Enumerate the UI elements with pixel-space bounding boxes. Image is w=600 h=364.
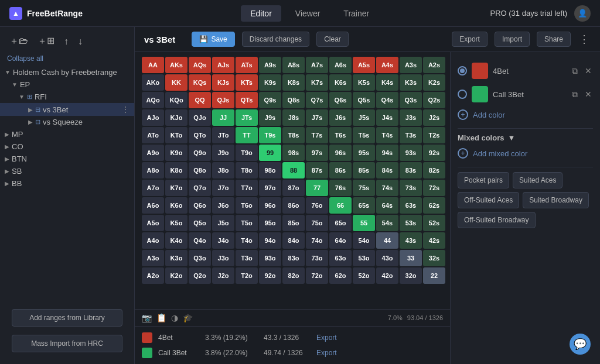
mixed-colors-header[interactable]: Mixed colors ▼ [458,133,593,142]
hand-cell[interactable]: 33 [400,250,422,266]
hand-cell[interactable]: K8o [165,162,188,178]
hand-cell[interactable]: T7s [306,127,328,143]
hand-cell[interactable]: 22 [423,267,445,284]
tab-editor[interactable]: Editor [241,5,281,22]
tree-group-holdem[interactable]: ▼ Holdem Cash by Freebetrange [0,66,134,78]
hand-cell[interactable]: T9o [236,145,258,161]
hand-cell[interactable]: 74o [306,232,328,249]
hand-cell[interactable]: K4o [165,232,188,249]
hand-cell[interactable]: ATs [236,57,258,73]
hand-cell[interactable]: 75o [306,215,328,231]
hand-cell[interactable]: 73o [306,250,328,266]
hand-cell[interactable]: A7o [142,180,164,196]
hand-cell[interactable]: KTs [236,74,258,91]
hand-cell[interactable]: QJs [212,92,234,108]
hand-cell[interactable]: Q7s [306,92,328,108]
save-button[interactable]: 💾 Save [192,32,234,47]
hand-cell[interactable]: 43o [376,250,398,266]
move-down-button[interactable]: ↓ [76,35,85,48]
hand-cell[interactable]: T5s [353,127,375,143]
hand-cell[interactable]: ATo [142,127,164,143]
more-options-button[interactable]: ⋮ [578,32,591,47]
hand-cell[interactable]: T3o [236,250,258,266]
hand-cell[interactable]: T7o [236,180,258,196]
hand-cell[interactable]: J8s [282,109,305,126]
hand-cell[interactable]: T8s [282,127,305,143]
discard-button[interactable]: Discard changes [242,32,309,47]
hand-cell[interactable]: J4s [376,109,398,126]
hand-cell[interactable]: A4o [142,232,164,249]
hand-cell[interactable]: 72s [423,180,445,196]
tree-item-mp[interactable]: ▶ MP [0,128,134,140]
hand-cell[interactable]: K4s [376,74,398,91]
hand-cell[interactable]: T2s [423,127,445,143]
hand-cell[interactable]: 43s [400,232,422,249]
hand-cell[interactable]: 88 [282,162,305,178]
hand-cell[interactable]: T6s [329,127,352,143]
tree-item-rfi[interactable]: ▼ ⊞ RFI [0,91,134,103]
hand-cell[interactable]: J9s [259,109,281,126]
hand-cell[interactable]: 86s [329,162,352,178]
hand-cell[interactable]: KTo [165,127,188,143]
hand-cell[interactable]: QTo [189,127,211,143]
hand-cell[interactable]: A4s [376,57,398,73]
graduate-icon[interactable]: 🎓 [183,313,193,322]
hand-cell[interactable]: 96s [329,145,352,161]
account-icon[interactable]: 👤 [574,5,591,22]
hand-cell[interactable]: 97o [259,180,281,196]
delete-color-4bet[interactable]: ✕ [584,65,593,77]
hand-cell[interactable]: 97s [306,145,328,161]
hand-cell[interactable]: 96o [259,197,281,214]
hand-cell[interactable]: Q4o [189,232,211,249]
hand-cell[interactable]: J9o [212,145,234,161]
hand-cell[interactable]: T4o [236,232,258,249]
hand-cell[interactable]: 94s [376,145,398,161]
hand-cell[interactable]: AA [142,57,164,73]
hand-cell[interactable]: J5o [212,215,234,231]
hand-cell[interactable]: K2o [165,267,188,284]
swatch-4bet[interactable] [472,63,488,79]
hand-cell[interactable]: 95o [259,215,281,231]
hand-cell[interactable]: 93s [400,145,422,161]
hand-cell[interactable]: QTs [236,92,258,108]
hand-cell[interactable]: KQo [165,92,188,108]
copy-icon[interactable]: 📋 [156,313,166,322]
hand-cell[interactable]: 44 [376,232,398,249]
hand-cell[interactable]: 85s [353,162,375,178]
hand-cell[interactable]: 53o [353,250,375,266]
clear-button[interactable]: Clear [316,32,349,47]
hand-cell[interactable]: A2o [142,267,164,284]
hand-cell[interactable]: QJo [189,109,211,126]
hand-cell[interactable]: 76s [329,180,352,196]
hand-cell[interactable]: 87s [306,162,328,178]
hand-cell[interactable]: J7o [212,180,234,196]
hand-cell[interactable]: K2s [423,74,445,91]
hand-cell[interactable]: J7s [306,109,328,126]
hand-cell[interactable]: A5o [142,215,164,231]
hand-cell[interactable]: Q7o [189,180,211,196]
hand-cell[interactable]: 92s [423,145,445,161]
tree-item-ep[interactable]: ▼ EP [0,78,134,91]
hand-cell[interactable]: T5o [236,215,258,231]
hand-cell[interactable]: A6o [142,197,164,214]
hand-cell[interactable]: 87o [282,180,305,196]
hand-cell[interactable]: 95s [353,145,375,161]
hand-cell[interactable]: K7s [306,74,328,91]
hand-cell[interactable]: A3s [400,57,422,73]
swatch-call3bet[interactable] [472,86,488,102]
hand-cell[interactable]: T9s [259,127,281,143]
hand-cell[interactable]: 82o [282,267,305,284]
radio-call3bet[interactable] [458,90,467,99]
hand-cell[interactable]: 73s [400,180,422,196]
hand-cell[interactable]: 42o [376,267,398,284]
tab-viewer[interactable]: Viewer [286,5,330,22]
export-button[interactable]: Export [452,32,488,47]
hand-cell[interactable]: 54o [353,232,375,249]
hand-cell[interactable]: J8o [212,162,234,178]
hand-cell[interactable]: 65o [329,215,352,231]
hand-cell[interactable]: 75s [353,180,375,196]
hand-cell[interactable]: K9s [259,74,281,91]
hand-cell[interactable]: KJs [212,74,234,91]
add-color-row[interactable]: + Add color [458,106,593,123]
hand-cell[interactable]: Q3s [400,92,422,108]
